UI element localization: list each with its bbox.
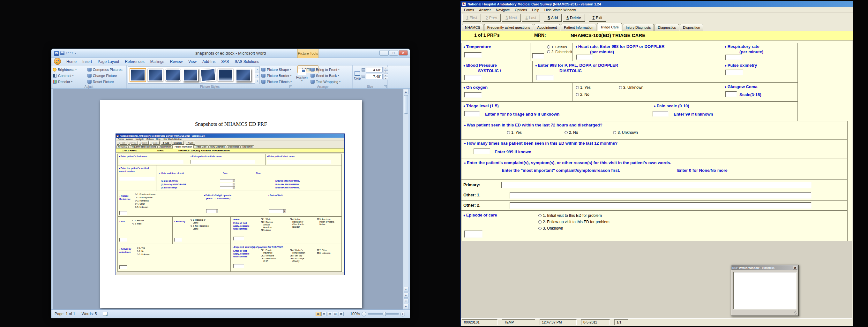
checkbox-option[interactable]: 5. American Indian or Alaska Native bbox=[317, 218, 336, 226]
date-spinner[interactable]: ▲▼ bbox=[220, 183, 235, 186]
menu-item[interactable]: Navigate bbox=[493, 7, 512, 12]
zoom-slider-thumb[interactable] bbox=[383, 312, 386, 316]
web-layout-view-button[interactable]: ▧ bbox=[327, 312, 332, 316]
toolbar-button[interactable]: 5Add bbox=[544, 14, 562, 21]
form-tab[interactable]: Injury Diagnosis bbox=[623, 24, 654, 31]
bring-to-front-button[interactable]: Bring to Front▾ bbox=[310, 66, 341, 72]
spinner-arrows-icon[interactable]: ▲▼ bbox=[283, 209, 286, 213]
menu-item[interactable]: Hide Watch Window bbox=[162, 138, 183, 141]
compress-pictures-button[interactable]: Compress Pictures bbox=[87, 66, 125, 72]
outline-view-button[interactable]: ▤ bbox=[333, 312, 338, 316]
scroll-up-icon[interactable]: ▲ bbox=[404, 89, 408, 94]
app-title-bar[interactable]: National Hospital Ambulatory Medical Car… bbox=[461, 1, 853, 7]
brightness-button[interactable]: Brightness▾ bbox=[53, 66, 87, 72]
recolor-button[interactable]: Recolor▾ bbox=[53, 79, 87, 85]
page-indicator[interactable]: Page: 1 of 1 bbox=[55, 312, 75, 316]
form-tab[interactable]: Patient Information bbox=[173, 145, 194, 148]
zoom-out-button[interactable]: − bbox=[362, 312, 366, 317]
checkbox-option[interactable]: 4. Worker's compensation bbox=[290, 249, 308, 254]
episode-of-care-input[interactable] bbox=[464, 231, 483, 238]
toolbar-button[interactable]: 6Delete bbox=[172, 141, 184, 145]
picture-style-thumbnail[interactable] bbox=[236, 69, 251, 82]
radio-option[interactable]: 2. No bbox=[576, 92, 591, 97]
checkbox-option[interactable]: 2. Medicare bbox=[261, 255, 277, 257]
form-tab[interactable]: Frequently asked questions bbox=[484, 24, 533, 31]
residence-input[interactable] bbox=[119, 211, 127, 215]
ribbon-tab[interactable]: Review bbox=[167, 58, 185, 65]
medical-record-number-input[interactable] bbox=[119, 177, 155, 181]
menu-item[interactable]: Options bbox=[512, 7, 529, 12]
respiratory-rate-input[interactable] bbox=[725, 55, 742, 60]
radio-option[interactable]: 2. Not Hispanic or Latino bbox=[190, 225, 211, 230]
form-tab[interactable]: Disposition bbox=[241, 145, 254, 148]
picture-style-thumbnail[interactable] bbox=[148, 69, 163, 82]
menu-item[interactable]: Help bbox=[155, 138, 161, 141]
spinner-arrows-icon[interactable]: ▲▼ bbox=[232, 183, 235, 185]
form-tab[interactable]: Patient Information bbox=[561, 24, 596, 31]
first-name-input[interactable] bbox=[119, 160, 184, 164]
heart-rate-input[interactable] bbox=[576, 55, 593, 60]
radio-option[interactable]: 1. Yes bbox=[576, 85, 591, 90]
other-complaint-2-input[interactable] bbox=[509, 202, 811, 209]
qat-dropdown-icon[interactable]: ▾ bbox=[75, 52, 76, 55]
close-button[interactable]: ✕ bbox=[399, 50, 408, 56]
checkbox-option[interactable]: 3. Asian bbox=[261, 229, 277, 232]
position-button[interactable]: Position▾ bbox=[294, 66, 309, 84]
ribbon-tab[interactable]: View bbox=[185, 58, 199, 65]
picture-style-thumbnail[interactable] bbox=[165, 69, 181, 82]
dialog-launcher-icon[interactable]: ↘ bbox=[289, 85, 292, 88]
minimize-button[interactable]: ─ bbox=[379, 50, 389, 56]
reset-picture-button[interactable]: Reset Picture bbox=[87, 79, 125, 85]
ribbon-tab[interactable]: SAS bbox=[218, 58, 232, 65]
ribbon-tab[interactable]: Add-Ins bbox=[199, 58, 218, 65]
picture-effects-button[interactable]: Picture Effects▾ bbox=[261, 79, 292, 85]
form-tab[interactable]: NHAMCS bbox=[462, 24, 484, 31]
office-button[interactable] bbox=[54, 58, 61, 65]
seen-12-months-input[interactable] bbox=[473, 148, 490, 154]
form-tab[interactable]: NHAMCS bbox=[117, 145, 129, 148]
radio-option[interactable]: 3. Homeless bbox=[135, 199, 155, 202]
close-icon[interactable]: ✕ bbox=[793, 266, 797, 270]
toolbar-button[interactable]: 4Last bbox=[522, 14, 540, 21]
menu-item[interactable]: Forms bbox=[117, 138, 125, 141]
radio-option[interactable]: 1. Female bbox=[132, 219, 144, 222]
menu-item[interactable]: Hide Watch Window bbox=[542, 7, 579, 12]
redo-icon[interactable]: ↷ bbox=[70, 51, 73, 55]
shape-height-input[interactable]: 4.68" bbox=[366, 67, 383, 72]
shape-width-input[interactable]: 7.48" bbox=[366, 74, 383, 79]
date-of-birth-input[interactable]: ▲▼ bbox=[269, 209, 286, 213]
send-to-back-button[interactable]: Send to Back▾ bbox=[310, 72, 341, 79]
ribbon-tab[interactable]: Insert bbox=[80, 58, 95, 65]
checkbox-option[interactable]: 8. Unknown bbox=[317, 252, 336, 255]
temperature-unit-input[interactable] bbox=[532, 53, 544, 59]
menu-item[interactable]: Forms bbox=[461, 7, 476, 12]
pulse-oximetry-input[interactable] bbox=[725, 70, 743, 76]
ribbon-tab[interactable]: Home bbox=[63, 58, 80, 65]
ribbon-tab[interactable]: Page Layout bbox=[95, 58, 122, 65]
temperature-input[interactable] bbox=[464, 52, 482, 58]
radio-option[interactable]: 2. Fahrenheit bbox=[547, 50, 572, 54]
toolbar-button[interactable]: 7Exit bbox=[186, 141, 195, 145]
sex-input[interactable] bbox=[119, 238, 127, 242]
toolbar-button[interactable]: 6Delete bbox=[563, 14, 585, 21]
toolbar-button[interactable]: 3Next bbox=[138, 141, 149, 145]
checkbox-option[interactable]: 6. No charge /Charity bbox=[290, 257, 308, 263]
dep-watch-window[interactable]: DEP Watch Window - 00020101 ✕ bbox=[731, 265, 799, 316]
picture-style-thumbnail[interactable] bbox=[200, 68, 216, 82]
race-input[interactable] bbox=[233, 237, 244, 240]
checkbox-option[interactable]: 5. Self-pay bbox=[290, 255, 308, 257]
resize-grip[interactable] bbox=[794, 311, 798, 315]
scroll-down-icon[interactable]: ▼ bbox=[404, 287, 408, 292]
radio-option[interactable]: 1. Celsius bbox=[547, 45, 572, 49]
picture-style-thumbnail[interactable] bbox=[130, 69, 146, 82]
menu-item[interactable]: Navigate bbox=[134, 138, 145, 141]
checkbox-option[interactable]: 4. Native Hawaiian or Other Pacific Isla… bbox=[290, 218, 308, 228]
radio-option[interactable]: 3. Unknown bbox=[538, 226, 610, 231]
scrollbar-thumb[interactable] bbox=[404, 95, 408, 114]
other-complaint-1-input[interactable] bbox=[509, 192, 811, 199]
radio-option[interactable]: 1. Initial visit to this ED for problem bbox=[538, 213, 610, 218]
checkbox-option[interactable]: 3. Medicaid or CHIP bbox=[261, 257, 277, 263]
radio-option[interactable]: 1. Yes bbox=[507, 130, 522, 135]
picture-border-button[interactable]: Picture Border▾ bbox=[261, 72, 292, 79]
menu-item[interactable]: Answer bbox=[476, 7, 493, 12]
